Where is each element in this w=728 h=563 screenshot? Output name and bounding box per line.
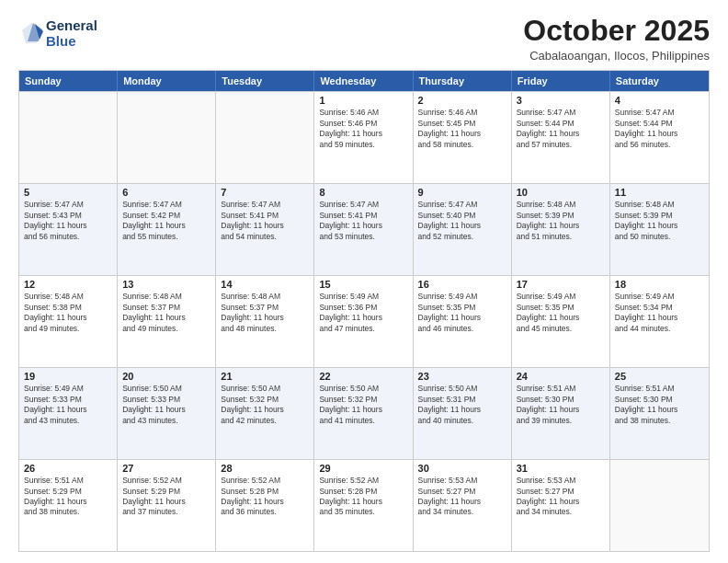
calendar-header: SundayMondayTuesdayWednesdayThursdayFrid…	[19, 71, 709, 91]
cell-date-number: 30	[418, 463, 506, 474]
day-cell-3: 3Sunrise: 5:47 AMSunset: 5:44 PMDaylight…	[512, 92, 610, 183]
cell-date-number: 26	[24, 463, 112, 474]
day-cell-22: 22Sunrise: 5:50 AMSunset: 5:32 PMDayligh…	[314, 368, 413, 459]
day-cell-2: 2Sunrise: 5:46 AMSunset: 5:45 PMDaylight…	[414, 92, 512, 183]
day-cell-6: 6Sunrise: 5:47 AMSunset: 5:42 PMDaylight…	[118, 184, 216, 275]
calendar: SundayMondayTuesdayWednesdayThursdayFrid…	[18, 70, 710, 552]
cell-daylight-info: Sunrise: 5:49 AMSunset: 5:35 PMDaylight:…	[418, 292, 506, 334]
cell-date-number: 6	[122, 187, 210, 198]
day-cell-10: 10Sunrise: 5:48 AMSunset: 5:39 PMDayligh…	[512, 184, 610, 275]
cell-daylight-info: Sunrise: 5:51 AMSunset: 5:30 PMDaylight:…	[615, 384, 704, 426]
cell-daylight-info: Sunrise: 5:47 AMSunset: 5:41 PMDaylight:…	[221, 200, 309, 242]
location: Cabalaoangan, Ilocos, Philippines	[523, 49, 710, 63]
day-cell-18: 18Sunrise: 5:49 AMSunset: 5:34 PMDayligh…	[610, 276, 709, 367]
day-header-tuesday: Tuesday	[216, 71, 314, 91]
day-cell-24: 24Sunrise: 5:51 AMSunset: 5:30 PMDayligh…	[512, 368, 610, 459]
cell-date-number: 19	[24, 371, 112, 382]
cell-date-number: 27	[122, 463, 210, 474]
day-cell-14: 14Sunrise: 5:48 AMSunset: 5:37 PMDayligh…	[216, 276, 314, 367]
cell-date-number: 2	[418, 95, 506, 106]
cell-daylight-info: Sunrise: 5:48 AMSunset: 5:37 PMDaylight:…	[221, 292, 309, 334]
cell-date-number: 9	[418, 187, 506, 198]
day-cell-31: 31Sunrise: 5:53 AMSunset: 5:27 PMDayligh…	[512, 460, 610, 551]
day-cell-19: 19Sunrise: 5:49 AMSunset: 5:33 PMDayligh…	[19, 368, 118, 459]
cell-daylight-info: Sunrise: 5:48 AMSunset: 5:38 PMDaylight:…	[24, 292, 112, 334]
cell-daylight-info: Sunrise: 5:47 AMSunset: 5:42 PMDaylight:…	[122, 200, 210, 242]
cell-daylight-info: Sunrise: 5:51 AMSunset: 5:29 PMDaylight:…	[24, 476, 112, 518]
cell-daylight-info: Sunrise: 5:46 AMSunset: 5:45 PMDaylight:…	[418, 108, 506, 150]
week-row-1: 1Sunrise: 5:46 AMSunset: 5:46 PMDaylight…	[19, 91, 709, 183]
day-cell-30: 30Sunrise: 5:53 AMSunset: 5:27 PMDayligh…	[414, 460, 512, 551]
day-header-thursday: Thursday	[414, 71, 512, 91]
cell-date-number: 8	[319, 187, 407, 198]
day-cell-23: 23Sunrise: 5:50 AMSunset: 5:31 PMDayligh…	[414, 368, 512, 459]
week-row-2: 5Sunrise: 5:47 AMSunset: 5:43 PMDaylight…	[19, 183, 709, 275]
cell-daylight-info: Sunrise: 5:49 AMSunset: 5:36 PMDaylight:…	[319, 292, 407, 334]
cell-daylight-info: Sunrise: 5:52 AMSunset: 5:28 PMDaylight:…	[221, 476, 309, 518]
cell-daylight-info: Sunrise: 5:47 AMSunset: 5:44 PMDaylight:…	[615, 108, 704, 150]
cell-date-number: 14	[221, 279, 309, 290]
cell-date-number: 11	[615, 187, 704, 198]
logo: General Blue	[18, 18, 97, 49]
cell-date-number: 4	[615, 95, 704, 106]
day-cell-26: 26Sunrise: 5:51 AMSunset: 5:29 PMDayligh…	[19, 460, 118, 551]
day-cell-8: 8Sunrise: 5:47 AMSunset: 5:41 PMDaylight…	[314, 184, 413, 275]
day-cell-11: 11Sunrise: 5:48 AMSunset: 5:39 PMDayligh…	[610, 184, 709, 275]
cell-date-number: 13	[122, 279, 210, 290]
cell-date-number: 5	[24, 187, 112, 198]
day-header-wednesday: Wednesday	[314, 71, 413, 91]
cell-date-number: 16	[418, 279, 506, 290]
day-cell-20: 20Sunrise: 5:50 AMSunset: 5:33 PMDayligh…	[118, 368, 216, 459]
cell-daylight-info: Sunrise: 5:47 AMSunset: 5:43 PMDaylight:…	[24, 200, 112, 242]
empty-cell	[216, 92, 314, 183]
cell-daylight-info: Sunrise: 5:49 AMSunset: 5:33 PMDaylight:…	[24, 384, 112, 426]
cell-daylight-info: Sunrise: 5:50 AMSunset: 5:32 PMDaylight:…	[221, 384, 309, 426]
day-cell-4: 4Sunrise: 5:47 AMSunset: 5:44 PMDaylight…	[610, 92, 709, 183]
cell-daylight-info: Sunrise: 5:47 AMSunset: 5:41 PMDaylight:…	[319, 200, 407, 242]
cell-date-number: 12	[24, 279, 112, 290]
day-cell-7: 7Sunrise: 5:47 AMSunset: 5:41 PMDaylight…	[216, 184, 314, 275]
day-header-monday: Monday	[118, 71, 216, 91]
day-cell-13: 13Sunrise: 5:48 AMSunset: 5:37 PMDayligh…	[118, 276, 216, 367]
empty-cell	[118, 92, 216, 183]
cell-daylight-info: Sunrise: 5:53 AMSunset: 5:27 PMDaylight:…	[418, 476, 506, 518]
cell-date-number: 17	[517, 279, 605, 290]
logo-text: General Blue	[46, 18, 97, 49]
cell-daylight-info: Sunrise: 5:48 AMSunset: 5:39 PMDaylight:…	[517, 200, 605, 242]
cell-date-number: 10	[517, 187, 605, 198]
day-header-friday: Friday	[512, 71, 610, 91]
day-cell-5: 5Sunrise: 5:47 AMSunset: 5:43 PMDaylight…	[19, 184, 118, 275]
empty-cell	[610, 460, 709, 551]
cell-date-number: 29	[319, 463, 407, 474]
calendar-body: 1Sunrise: 5:46 AMSunset: 5:46 PMDaylight…	[19, 91, 709, 551]
cell-daylight-info: Sunrise: 5:50 AMSunset: 5:33 PMDaylight:…	[122, 384, 210, 426]
title-block: October 2025 Cabalaoangan, Ilocos, Phili…	[523, 15, 710, 63]
cell-daylight-info: Sunrise: 5:48 AMSunset: 5:39 PMDaylight:…	[615, 200, 704, 242]
cell-daylight-info: Sunrise: 5:52 AMSunset: 5:28 PMDaylight:…	[319, 476, 407, 518]
cell-daylight-info: Sunrise: 5:51 AMSunset: 5:30 PMDaylight:…	[517, 384, 605, 426]
cell-daylight-info: Sunrise: 5:46 AMSunset: 5:46 PMDaylight:…	[319, 108, 407, 150]
day-cell-28: 28Sunrise: 5:52 AMSunset: 5:28 PMDayligh…	[216, 460, 314, 551]
cell-date-number: 31	[517, 463, 605, 474]
cell-date-number: 22	[319, 371, 407, 382]
cell-daylight-info: Sunrise: 5:49 AMSunset: 5:34 PMDaylight:…	[615, 292, 704, 334]
logo-icon	[18, 21, 44, 47]
cell-date-number: 7	[221, 187, 309, 198]
day-header-saturday: Saturday	[610, 71, 709, 91]
cell-daylight-info: Sunrise: 5:50 AMSunset: 5:31 PMDaylight:…	[418, 384, 506, 426]
day-cell-9: 9Sunrise: 5:47 AMSunset: 5:40 PMDaylight…	[414, 184, 512, 275]
cell-daylight-info: Sunrise: 5:48 AMSunset: 5:37 PMDaylight:…	[122, 292, 210, 334]
cell-date-number: 1	[319, 95, 407, 106]
day-cell-15: 15Sunrise: 5:49 AMSunset: 5:36 PMDayligh…	[314, 276, 413, 367]
week-row-4: 19Sunrise: 5:49 AMSunset: 5:33 PMDayligh…	[19, 367, 709, 459]
cell-date-number: 25	[615, 371, 704, 382]
cell-daylight-info: Sunrise: 5:52 AMSunset: 5:29 PMDaylight:…	[122, 476, 210, 518]
cell-date-number: 28	[221, 463, 309, 474]
cell-date-number: 18	[615, 279, 704, 290]
day-cell-27: 27Sunrise: 5:52 AMSunset: 5:29 PMDayligh…	[118, 460, 216, 551]
day-cell-16: 16Sunrise: 5:49 AMSunset: 5:35 PMDayligh…	[414, 276, 512, 367]
header: General Blue October 2025 Cabalaoangan, …	[18, 15, 710, 63]
month-title: October 2025	[523, 15, 710, 47]
week-row-3: 12Sunrise: 5:48 AMSunset: 5:38 PMDayligh…	[19, 275, 709, 367]
cell-date-number: 15	[319, 279, 407, 290]
